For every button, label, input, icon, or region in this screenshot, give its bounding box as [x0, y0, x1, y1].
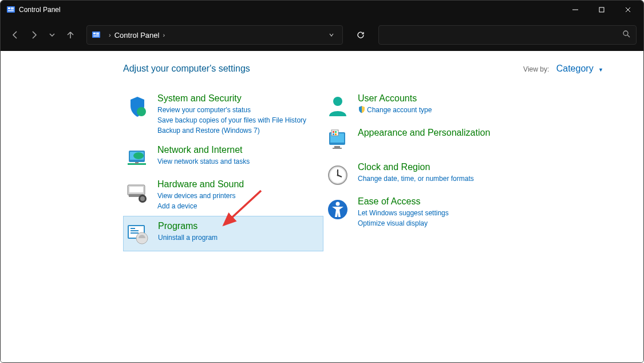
- svg-rect-11: [96, 33, 99, 34]
- svg-rect-41: [334, 146, 340, 148]
- chevron-right-icon[interactable]: ›: [163, 31, 165, 38]
- svg-point-26: [140, 196, 145, 201]
- category-link[interactable]: Save backup copies of your files with Fi…: [157, 115, 318, 125]
- breadcrumb-root[interactable]: Control Panel: [114, 31, 160, 40]
- maximize-button[interactable]: [588, 1, 615, 19]
- network-internet-icon: [125, 146, 149, 170]
- category-link[interactable]: Review your computer's status: [157, 105, 318, 115]
- category-link[interactable]: Let Windows suggest settings: [358, 208, 518, 218]
- system-security-icon: [125, 94, 149, 119]
- category-network-internet: Network and InternetView network status …: [123, 140, 323, 175]
- address-icon: [92, 30, 101, 40]
- view-by-control[interactable]: View by: Category ▼: [523, 64, 603, 74]
- category-clock-region: LClock and RegionChange date, time, or n…: [323, 157, 524, 192]
- svg-point-14: [623, 31, 628, 35]
- svg-rect-10: [93, 33, 96, 34]
- svg-point-16: [137, 107, 146, 116]
- svg-point-47: [337, 175, 339, 176]
- svg-rect-3: [11, 9, 14, 10]
- svg-rect-30: [131, 232, 139, 234]
- search-icon: [622, 30, 630, 40]
- category-column-right: User AccountsChange account typeAppearan…: [323, 89, 524, 251]
- svg-rect-23: [129, 187, 143, 192]
- category-link[interactable]: Backup and Restore (Windows 7): [157, 125, 318, 136]
- category-link[interactable]: Change date, time, or number formats: [358, 173, 518, 184]
- category-title[interactable]: Ease of Access: [358, 196, 518, 207]
- category-hardware-sound: Hardware and SoundView devices and print…: [123, 175, 323, 216]
- app-icon: [6, 5, 15, 14]
- view-by-label: View by:: [523, 65, 549, 73]
- category-user-accounts: User AccountsChange account type: [323, 89, 524, 123]
- svg-rect-13: [93, 35, 99, 37]
- forward-button[interactable]: [26, 27, 42, 43]
- svg-rect-6: [599, 7, 604, 12]
- category-ease-of-access: Ease of AccessLet Windows suggest settin…: [323, 192, 524, 233]
- svg-rect-2: [11, 7, 14, 9]
- ease-of-access-icon: [326, 198, 350, 222]
- close-button[interactable]: [615, 1, 641, 19]
- category-link[interactable]: View network status and tasks: [157, 156, 318, 167]
- view-by-value: Category: [556, 64, 594, 73]
- page-title: Adjust your computer's settings: [123, 64, 523, 74]
- svg-rect-38: [335, 131, 337, 133]
- svg-rect-12: [96, 34, 99, 35]
- svg-point-19: [133, 152, 144, 159]
- search-input[interactable]: [378, 25, 637, 45]
- content-area: Adjust your computer's settings View by:…: [1, 51, 643, 362]
- user-accounts-icon: [326, 94, 350, 119]
- category-link[interactable]: Add a device: [157, 201, 318, 211]
- clock-region-icon: L: [326, 163, 350, 187]
- recent-locations-button[interactable]: [44, 27, 60, 43]
- address-bar[interactable]: › Control Panel ›: [86, 25, 343, 45]
- svg-rect-29: [131, 230, 139, 231]
- titlebar: Control Panel: [1, 1, 643, 19]
- appearance-personalization-icon: [326, 129, 350, 153]
- category-title[interactable]: System and Security: [157, 93, 318, 104]
- category-link[interactable]: Uninstall a program: [158, 232, 317, 243]
- category-appearance-personalization: Appearance and Personalization: [323, 123, 524, 157]
- category-link[interactable]: Change account type: [358, 105, 518, 115]
- minimize-button[interactable]: [562, 1, 588, 19]
- category-column-left: System and SecurityReview your computer'…: [123, 89, 323, 251]
- address-dropdown-button[interactable]: [329, 31, 334, 40]
- svg-rect-21: [135, 162, 139, 164]
- svg-rect-42: [333, 148, 342, 149]
- hardware-sound-icon: [125, 180, 149, 204]
- chevron-down-icon: ▼: [598, 67, 603, 73]
- back-button[interactable]: [7, 27, 23, 43]
- control-panel-window: Control Panel › Control Panel ›: [0, 0, 644, 363]
- category-title[interactable]: Hardware and Sound: [157, 179, 318, 190]
- toolbar: › Control Panel ›: [1, 19, 643, 51]
- up-button[interactable]: [62, 27, 78, 43]
- programs-icon: [126, 222, 150, 246]
- svg-point-50: [336, 202, 340, 206]
- chevron-right-icon[interactable]: ›: [109, 31, 111, 38]
- svg-rect-1: [8, 7, 10, 9]
- svg-point-33: [333, 97, 342, 106]
- svg-rect-4: [8, 10, 14, 11]
- category-link[interactable]: Optimize visual display: [358, 218, 518, 228]
- category-system-security: System and SecurityReview your computer'…: [123, 89, 323, 140]
- svg-rect-28: [131, 228, 135, 229]
- svg-rect-39: [333, 133, 334, 135]
- category-title[interactable]: Clock and Region: [358, 162, 518, 172]
- refresh-button[interactable]: [351, 25, 370, 45]
- shield-icon: [358, 105, 366, 113]
- category-title[interactable]: Network and Internet: [157, 145, 318, 155]
- category-title[interactable]: Appearance and Personalization: [358, 128, 518, 138]
- category-title[interactable]: User Accounts: [358, 93, 518, 104]
- category-title[interactable]: Programs: [158, 221, 317, 231]
- window-title: Control Panel: [19, 6, 562, 14]
- svg-rect-40: [335, 133, 337, 135]
- category-link[interactable]: View devices and printers: [157, 191, 318, 201]
- category-programs: ProgramsUninstall a program: [123, 216, 323, 251]
- svg-line-15: [627, 35, 630, 37]
- svg-rect-37: [333, 131, 334, 133]
